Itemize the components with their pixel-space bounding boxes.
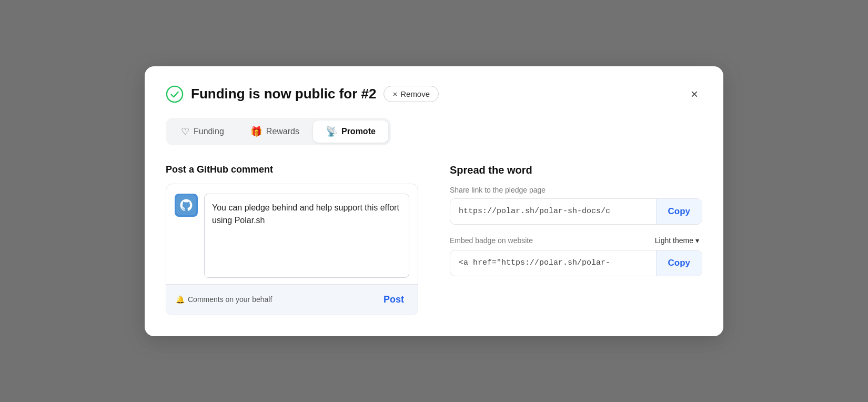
theme-select-button[interactable]: Light theme ▾ (652, 235, 702, 246)
close-button[interactable]: × (687, 86, 702, 103)
tab-funding-label: Funding (194, 127, 224, 136)
footer-note-text: Comments on your behalf (188, 295, 272, 304)
comment-wrapper: You can pledge behind and help support t… (166, 184, 418, 315)
tab-rewards[interactable]: 🎁 Rewards (238, 120, 312, 143)
modal-dialog: Funding is now public for #2 × Remove × … (145, 66, 723, 336)
embed-code-input[interactable] (450, 251, 656, 275)
tab-promote-label: Promote (341, 127, 376, 136)
github-comment-section: Post a GitHub comment You can pledge beh… (166, 164, 418, 315)
comment-textarea[interactable]: You can pledge behind and help support t… (204, 194, 409, 278)
share-link-label: Share link to the pledge page (450, 186, 702, 194)
spread-title: Spread the word (450, 164, 702, 176)
comment-footer: 🔔 Comments on your behalf Post (166, 284, 418, 315)
remove-label: Remove (400, 89, 430, 98)
tab-rewards-label: Rewards (266, 127, 299, 136)
modal-title: Funding is now public for #2 (191, 86, 376, 102)
gift-icon: 🎁 (250, 126, 262, 137)
share-url-input[interactable] (450, 199, 656, 223)
broadcast-icon: 📡 (326, 126, 337, 137)
backdrop: Funding is now public for #2 × Remove × … (0, 0, 868, 402)
embed-header: Embed badge on website Light theme ▾ (450, 235, 702, 246)
spread-word-section: Spread the word Share link to the pledge… (450, 164, 702, 315)
comment-section-title: Post a GitHub comment (166, 164, 418, 175)
svg-rect-1 (176, 195, 196, 215)
modal-body: Post a GitHub comment You can pledge beh… (166, 164, 702, 315)
copy-embed-button[interactable]: Copy (656, 250, 702, 276)
header-left: Funding is now public for #2 × Remove (166, 85, 439, 103)
user-avatar (175, 194, 198, 217)
modal-header: Funding is now public for #2 × Remove × (166, 85, 702, 103)
success-icon (166, 85, 184, 103)
bell-icon: 🔔 (176, 295, 185, 304)
tab-promote[interactable]: 📡 Promote (313, 120, 388, 143)
tab-bar: ♡ Funding 🎁 Rewards 📡 Promote (166, 118, 391, 145)
post-button[interactable]: Post (379, 292, 408, 307)
share-url-row: Copy (450, 198, 702, 225)
svg-point-0 (167, 86, 183, 102)
embed-label: Embed badge on website (450, 236, 533, 245)
heart-icon: ♡ (181, 126, 189, 137)
remove-button[interactable]: × Remove (383, 86, 439, 102)
chevron-down-icon: ▾ (695, 236, 699, 245)
tab-funding[interactable]: ♡ Funding (168, 120, 237, 143)
copy-link-button[interactable]: Copy (656, 199, 702, 224)
footer-note: 🔔 Comments on your behalf (176, 295, 272, 304)
remove-x-icon: × (392, 89, 397, 98)
theme-label: Light theme (655, 236, 693, 245)
comment-user-row: You can pledge behind and help support t… (166, 184, 418, 278)
embed-code-row: Copy (450, 250, 702, 276)
